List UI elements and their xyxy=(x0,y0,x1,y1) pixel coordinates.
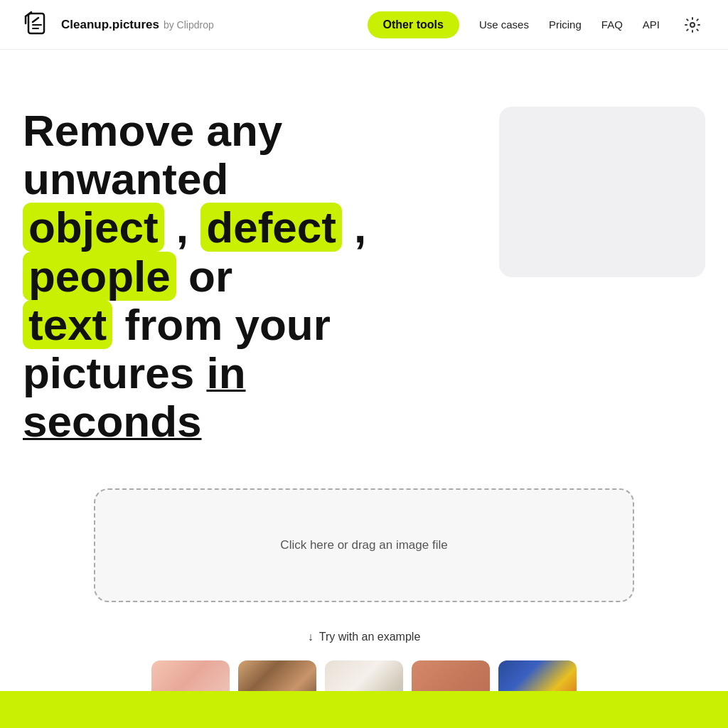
bottom-accent-bar xyxy=(0,691,728,728)
hero-text: Remove any unwanted object , defect , pe… xyxy=(23,107,476,446)
hero-section: Remove any unwanted object , defect , pe… xyxy=(23,107,705,446)
faq-link[interactable]: FAQ xyxy=(601,18,623,31)
other-tools-button[interactable]: Other tools xyxy=(368,11,459,38)
upload-label: Click here or drag an image file xyxy=(280,538,447,552)
try-label: ↓ Try with an example xyxy=(23,631,705,643)
api-link[interactable]: API xyxy=(643,18,660,31)
hero-title: Remove any unwanted object , defect , pe… xyxy=(23,107,476,446)
header: Cleanup.pictures by Clipdrop Other tools… xyxy=(0,0,728,50)
comma1: , xyxy=(164,203,201,252)
comma2: , xyxy=(342,203,366,252)
logo-by: by Clipdrop xyxy=(164,19,214,31)
word-people: people xyxy=(23,252,176,301)
logo-area: Cleanup.pictures by Clipdrop xyxy=(23,9,368,41)
logo-name: Cleanup.pictures xyxy=(61,18,159,32)
svg-rect-0 xyxy=(28,14,44,33)
svg-point-6 xyxy=(690,23,695,27)
hero-demo-image xyxy=(499,107,705,277)
try-text: Try with an example xyxy=(319,631,421,643)
use-cases-link[interactable]: Use cases xyxy=(479,18,529,31)
svg-line-3 xyxy=(33,18,38,22)
logo-text-group: Cleanup.pictures by Clipdrop xyxy=(61,18,214,32)
word-object: object xyxy=(23,203,164,252)
word-in: in xyxy=(206,348,245,397)
upload-box[interactable]: Click here or drag an image file xyxy=(94,488,634,602)
upload-section: Click here or drag an image file xyxy=(94,488,634,602)
word-or: or xyxy=(176,252,232,301)
main-content: Remove any unwanted object , defect , pe… xyxy=(0,50,728,723)
word-defect: defect xyxy=(200,203,342,252)
word-text: text xyxy=(23,300,112,349)
main-nav: Other tools Use cases Pricing FAQ API xyxy=(368,11,705,38)
try-arrow: ↓ xyxy=(308,631,314,643)
logo-icon xyxy=(23,9,54,41)
pricing-link[interactable]: Pricing xyxy=(549,18,582,31)
word-seconds: seconds xyxy=(23,397,202,446)
hero-line1: Remove any unwanted xyxy=(23,106,282,203)
try-section: ↓ Try with an example xyxy=(23,631,705,643)
settings-button[interactable] xyxy=(680,12,705,38)
gear-icon xyxy=(684,16,701,33)
